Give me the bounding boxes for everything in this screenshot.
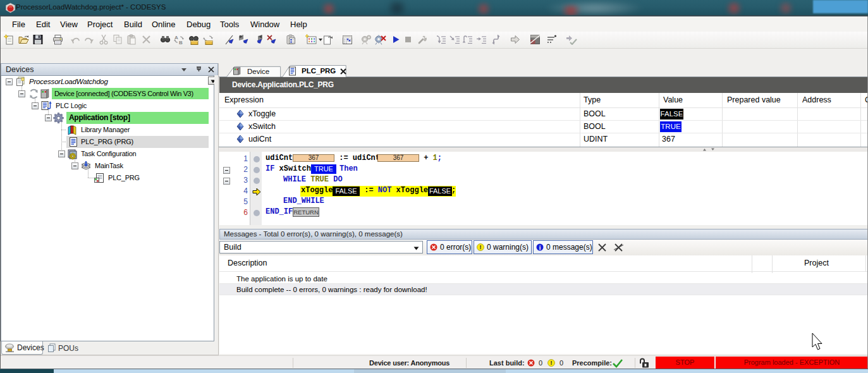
- svg-text:!: !: [551, 360, 553, 366]
- svg-text:B: B: [179, 40, 183, 45]
- svg-text:!: !: [480, 244, 482, 250]
- svg-text:i: i: [539, 245, 541, 251]
